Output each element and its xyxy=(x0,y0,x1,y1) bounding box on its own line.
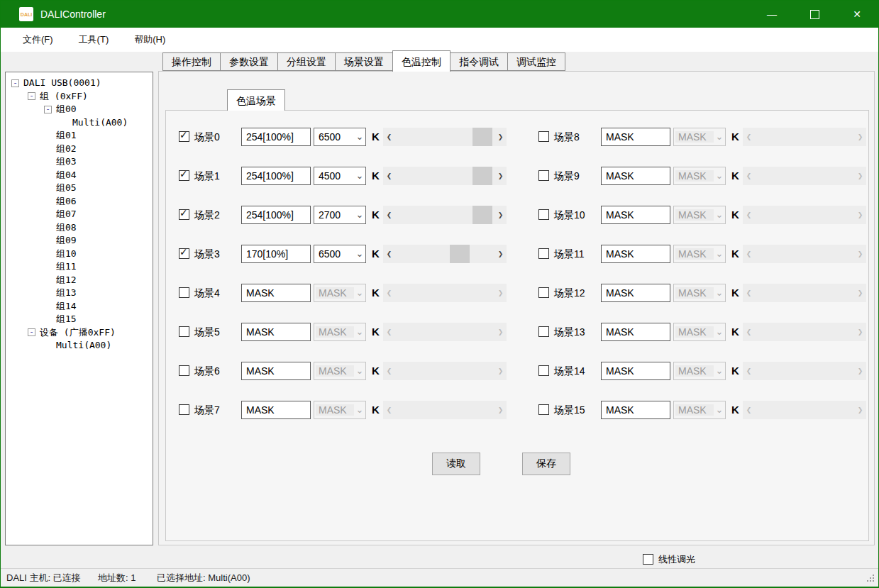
scene-enable-checkbox[interactable]: ✓ xyxy=(179,248,189,259)
scene-enable-checkbox[interactable] xyxy=(179,404,189,415)
scene-enable-checkbox[interactable] xyxy=(179,365,189,376)
scroll-left-icon[interactable]: ❮ xyxy=(383,401,395,419)
scene-enable-checkbox[interactable] xyxy=(538,131,549,142)
tab-指令调试[interactable]: 指令调试 xyxy=(450,52,508,71)
scene-enable-checkbox[interactable] xyxy=(538,404,549,415)
tab-参数设置[interactable]: 参数设置 xyxy=(220,52,278,71)
scene-cct-select[interactable]: MASK⌄ xyxy=(673,284,726,302)
tab-分组设置[interactable]: 分组设置 xyxy=(277,52,336,71)
scene-cct-scrollbar[interactable]: ❮❯ xyxy=(743,284,866,302)
tree-item[interactable]: 组06 xyxy=(6,195,153,209)
tree-item[interactable]: 组04 xyxy=(6,169,153,182)
scene-cct-scrollbar[interactable]: ❮❯ xyxy=(743,167,866,185)
scene-level-input[interactable] xyxy=(241,128,311,146)
scene-enable-checkbox[interactable]: ✓ xyxy=(179,131,189,142)
scene-level-input[interactable] xyxy=(241,167,311,185)
tree-collapse-icon[interactable]: - xyxy=(11,79,19,87)
tree-collapse-icon[interactable]: - xyxy=(28,92,35,100)
scene-cct-scrollbar[interactable]: ❮❯ xyxy=(743,128,866,146)
scene-enable-checkbox[interactable] xyxy=(538,170,549,181)
tree-item[interactable]: 组08 xyxy=(6,221,153,235)
scrollbar-thumb[interactable] xyxy=(450,245,470,263)
scene-cct-select[interactable]: 6500⌄ xyxy=(314,128,366,146)
scene-level-input[interactable] xyxy=(241,362,311,380)
scrollbar-thumb[interactable] xyxy=(472,167,492,185)
scroll-left-icon[interactable]: ❮ xyxy=(383,323,395,341)
scroll-left-icon[interactable]: ❮ xyxy=(743,206,755,224)
scene-cct-select[interactable]: MASK⌄ xyxy=(673,401,726,419)
tab-操作控制[interactable]: 操作控制 xyxy=(162,52,221,71)
scene-level-input[interactable] xyxy=(601,206,670,224)
scene-enable-checkbox[interactable] xyxy=(538,248,549,259)
subtab-色温场景[interactable]: 色温场景 xyxy=(227,89,285,111)
close-button[interactable]: ✕ xyxy=(836,1,878,28)
scene-cct-scrollbar[interactable]: ❮❯ xyxy=(383,128,507,146)
scene-level-input[interactable] xyxy=(601,167,670,185)
scroll-left-icon[interactable]: ❮ xyxy=(743,245,755,263)
scene-enable-checkbox[interactable] xyxy=(538,209,549,220)
scene-level-input[interactable] xyxy=(601,323,670,341)
scene-cct-scrollbar[interactable]: ❮❯ xyxy=(383,245,507,263)
scene-enable-checkbox[interactable]: ✓ xyxy=(179,209,189,220)
scene-cct-select[interactable]: MASK⌄ xyxy=(673,362,726,380)
scene-cct-select[interactable]: MASK⌄ xyxy=(673,206,726,224)
scene-cct-select[interactable]: MASK⌄ xyxy=(314,401,366,419)
scroll-left-icon[interactable]: ❮ xyxy=(743,362,755,380)
scroll-left-icon[interactable]: ❮ xyxy=(383,362,395,380)
scene-enable-checkbox[interactable] xyxy=(538,365,549,376)
tree-item[interactable]: 组02 xyxy=(6,143,153,156)
resize-grip[interactable] xyxy=(866,575,874,583)
scroll-right-icon[interactable]: ❯ xyxy=(854,284,866,302)
scroll-left-icon[interactable]: ❮ xyxy=(383,128,395,146)
read-button[interactable]: 读取 xyxy=(432,453,480,475)
scene-cct-select[interactable]: MASK⌄ xyxy=(673,167,726,185)
scene-cct-select[interactable]: MASK⌄ xyxy=(673,128,726,146)
scene-cct-scrollbar[interactable]: ❮❯ xyxy=(743,401,866,419)
scene-cct-select[interactable]: 2700⌄ xyxy=(314,206,366,224)
scroll-left-icon[interactable]: ❮ xyxy=(383,206,395,224)
tree-item[interactable]: -组 (0xFF) xyxy=(6,90,153,104)
tree-item[interactable]: Multi(A00) xyxy=(6,116,153,130)
scene-cct-scrollbar[interactable]: ❮❯ xyxy=(743,206,866,224)
tree-item[interactable]: -设备 (广播0xFF) xyxy=(6,326,153,340)
tree-item[interactable]: 组09 xyxy=(6,234,153,248)
scroll-right-icon[interactable]: ❯ xyxy=(494,401,507,419)
tab-色温控制[interactable]: 色温控制 xyxy=(392,50,450,72)
save-button[interactable]: 保存 xyxy=(522,453,570,475)
tree-item[interactable]: -DALI USB(0001) xyxy=(6,77,153,90)
tree-item[interactable]: 组12 xyxy=(6,274,153,287)
minimize-button[interactable]: — xyxy=(751,1,793,28)
scene-cct-scrollbar[interactable]: ❮❯ xyxy=(743,362,866,380)
scroll-left-icon[interactable]: ❮ xyxy=(743,284,755,302)
scroll-right-icon[interactable]: ❯ xyxy=(494,128,507,146)
scene-level-input[interactable] xyxy=(601,128,670,146)
scroll-left-icon[interactable]: ❮ xyxy=(383,284,395,302)
scroll-left-icon[interactable]: ❮ xyxy=(743,128,755,146)
scene-level-input[interactable] xyxy=(601,284,670,302)
scene-cct-scrollbar[interactable]: ❮❯ xyxy=(383,401,507,419)
scroll-right-icon[interactable]: ❯ xyxy=(854,128,866,146)
scene-level-input[interactable] xyxy=(241,323,311,341)
scroll-left-icon[interactable]: ❮ xyxy=(743,167,755,185)
scene-cct-scrollbar[interactable]: ❮❯ xyxy=(383,284,507,302)
scroll-left-icon[interactable]: ❮ xyxy=(383,167,395,185)
maximize-button[interactable] xyxy=(793,1,836,28)
scroll-left-icon[interactable]: ❮ xyxy=(743,323,755,341)
scroll-right-icon[interactable]: ❯ xyxy=(494,323,507,341)
tree-item[interactable]: 组07 xyxy=(6,208,153,221)
scene-cct-select[interactable]: MASK⌄ xyxy=(314,362,366,380)
scroll-right-icon[interactable]: ❯ xyxy=(494,362,507,380)
scene-level-input[interactable] xyxy=(601,362,670,380)
scene-cct-scrollbar[interactable]: ❮❯ xyxy=(743,323,866,341)
scroll-right-icon[interactable]: ❯ xyxy=(854,362,866,380)
scene-cct-select[interactable]: 6500⌄ xyxy=(314,245,366,263)
scroll-right-icon[interactable]: ❯ xyxy=(854,167,866,185)
scene-level-input[interactable] xyxy=(241,206,311,224)
scene-level-input[interactable] xyxy=(241,401,311,419)
scene-level-input[interactable] xyxy=(241,245,311,263)
tree-item[interactable]: 组11 xyxy=(6,260,153,274)
scene-cct-select[interactable]: MASK⌄ xyxy=(314,323,366,341)
scene-cct-select[interactable]: MASK⌄ xyxy=(673,245,726,263)
scene-cct-scrollbar[interactable]: ❮❯ xyxy=(743,245,866,263)
scroll-left-icon[interactable]: ❮ xyxy=(743,401,755,419)
